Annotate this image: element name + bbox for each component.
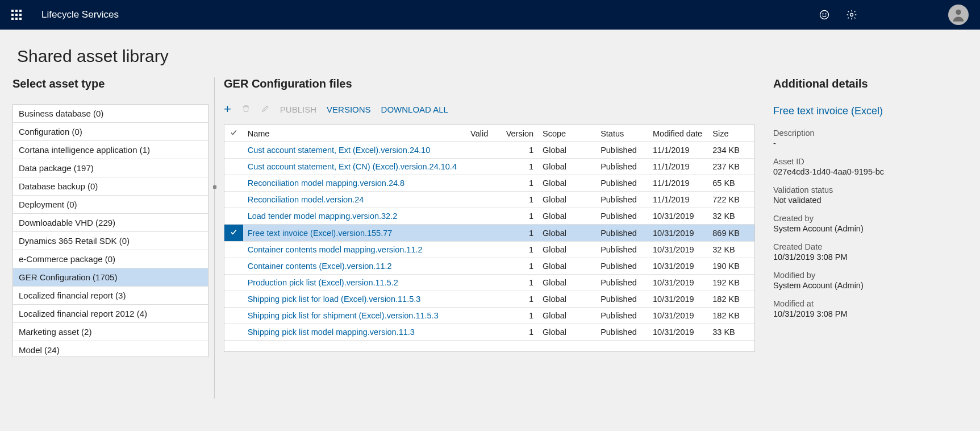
cell-version: 1 [501, 324, 538, 341]
col-version[interactable]: Version [501, 125, 538, 142]
row-checkbox[interactable] [224, 324, 243, 341]
cell-valid [466, 258, 501, 275]
row-checkbox[interactable] [224, 291, 243, 308]
sidebar-item[interactable]: Dynamics 365 Retail SDK (0) [13, 232, 208, 250]
cell-name: Production pick list (Excel).version.11.… [243, 275, 466, 291]
files-grid: Name Valid Version Scope Status Modified… [224, 125, 755, 352]
cell-modified: 11/1/2019 [648, 159, 708, 175]
sidebar-item[interactable]: Cortana intelligence application (1) [13, 141, 208, 159]
sidebar-item[interactable]: Data package (197) [13, 159, 208, 177]
row-checkbox[interactable] [224, 242, 243, 258]
add-icon[interactable]: + [224, 102, 231, 117]
cell-version: 1 [501, 192, 538, 208]
publish-button: PUBLISH [280, 105, 316, 114]
row-checkbox[interactable] [224, 258, 243, 275]
table-row[interactable]: Load tender model mapping.version.32.21G… [224, 208, 754, 225]
row-checkbox[interactable] [224, 275, 243, 291]
file-name-link[interactable]: Cust account statement, Ext (Excel).vers… [248, 146, 431, 155]
row-checkbox[interactable] [224, 142, 243, 159]
file-name-link[interactable]: Free text invoice (Excel).version.155.77 [248, 229, 393, 238]
sidebar-item[interactable]: e-Commerce package (0) [13, 250, 208, 268]
pane-divider[interactable] [214, 77, 215, 399]
cell-status: Published [596, 291, 648, 308]
cell-status: Published [596, 258, 648, 275]
table-row[interactable]: Container contents (Excel).version.11.21… [224, 258, 754, 275]
app-launcher-icon[interactable] [11, 10, 22, 20]
horizontal-scrollbar[interactable] [12, 415, 892, 425]
sidebar-item[interactable]: Configuration (0) [13, 123, 208, 141]
file-name-link[interactable]: Container contents (Excel).version.11.2 [248, 262, 392, 271]
cell-version: 1 [501, 142, 538, 159]
created-date-label: Created Date [773, 242, 966, 251]
table-row[interactable]: Cust account statement, Ext (CN) (Excel)… [224, 159, 754, 175]
feedback-smile-icon[interactable] [819, 9, 830, 20]
row-checkbox[interactable] [224, 225, 243, 242]
cell-size: 722 KB [708, 192, 754, 208]
user-avatar[interactable] [948, 5, 969, 25]
details-asset-link[interactable]: Free text invoice (Excel) [773, 105, 966, 117]
row-checkbox[interactable] [224, 159, 243, 175]
cell-size: 234 KB [708, 142, 754, 159]
row-checkbox[interactable] [224, 192, 243, 208]
file-name-link[interactable]: Load tender model mapping.version.32.2 [248, 212, 398, 221]
cell-name: Container contents model mapping.version… [243, 242, 466, 258]
col-status[interactable]: Status [596, 125, 648, 142]
file-name-link[interactable]: Container contents model mapping.version… [248, 245, 423, 254]
table-row[interactable]: Production pick list (Excel).version.11.… [224, 275, 754, 291]
cell-modified: 10/31/2019 [648, 291, 708, 308]
sidebar-item[interactable]: Database backup (0) [13, 177, 208, 196]
select-all-checkbox[interactable] [224, 125, 243, 142]
sidebar-item[interactable]: Localized financial report 2012 (4) [13, 305, 208, 323]
sidebar-item[interactable]: Downloadable VHD (229) [13, 214, 208, 232]
description-value: - [773, 139, 966, 148]
cell-valid [466, 291, 501, 308]
sidebar-item[interactable]: Model (24) [13, 341, 208, 357]
row-checkbox[interactable] [224, 308, 243, 324]
file-name-link[interactable]: Cust account statement, Ext (CN) (Excel)… [248, 162, 457, 171]
sidebar-item[interactable]: Marketing asset (2) [13, 323, 208, 341]
validation-status-value: Not validated [773, 196, 966, 205]
file-name-link[interactable]: Production pick list (Excel).version.11.… [248, 278, 398, 287]
row-checkbox[interactable] [224, 208, 243, 225]
file-name-link[interactable]: Reconciliation model mapping.version.24.… [248, 179, 404, 188]
cell-name: Shipping pick list for load (Excel).vers… [243, 291, 466, 308]
settings-gear-icon[interactable] [846, 9, 857, 20]
table-row[interactable]: Reconciliation model mapping.version.24.… [224, 175, 754, 192]
sidebar-item[interactable]: Deployment (0) [13, 196, 208, 214]
file-name-link[interactable]: Shipping pick list for load (Excel).vers… [248, 295, 421, 304]
modified-at-label: Modified at [773, 299, 966, 308]
svg-point-2 [825, 14, 826, 14]
col-scope[interactable]: Scope [538, 125, 596, 142]
table-row[interactable]: Container contents model mapping.version… [224, 242, 754, 258]
file-name-link[interactable]: Reconciliation model.version.24 [248, 195, 364, 204]
table-row[interactable]: Shipping pick list for load (Excel).vers… [224, 291, 754, 308]
sidebar-item[interactable]: Business database (0) [13, 105, 208, 123]
col-valid[interactable]: Valid [466, 125, 501, 142]
versions-button[interactable]: VERSIONS [327, 105, 371, 114]
cell-modified: 10/31/2019 [648, 208, 708, 225]
col-size[interactable]: Size [708, 125, 754, 142]
page-title: Shared asset library [0, 30, 980, 77]
row-checkbox[interactable] [224, 175, 243, 192]
table-row[interactable]: Shipping pick list model mapping.version… [224, 324, 754, 341]
cell-name: Cust account statement, Ext (Excel).vers… [243, 142, 466, 159]
sidebar-item[interactable]: GER Configuration (1705) [13, 268, 208, 287]
cell-valid [466, 159, 501, 175]
file-name-link[interactable]: Shipping pick list model mapping.version… [248, 328, 415, 337]
col-name[interactable]: Name [243, 125, 466, 142]
created-by-label: Created by [773, 214, 966, 223]
download-all-button[interactable]: DOWNLOAD ALL [381, 105, 448, 114]
brand-title[interactable]: Lifecycle Services [41, 9, 119, 20]
cell-modified: 11/1/2019 [648, 192, 708, 208]
table-row[interactable]: Reconciliation model.version.241GlobalPu… [224, 192, 754, 208]
sidebar-item[interactable]: Localized financial report (3) [13, 287, 208, 305]
cell-scope: Global [538, 208, 596, 225]
table-row[interactable]: Free text invoice (Excel).version.155.77… [224, 225, 754, 242]
svg-point-3 [850, 14, 853, 16]
cell-modified: 11/1/2019 [648, 142, 708, 159]
file-name-link[interactable]: Shipping pick list for shipment (Excel).… [248, 311, 439, 320]
col-modified[interactable]: Modified date [648, 125, 708, 142]
table-row[interactable]: Shipping pick list for shipment (Excel).… [224, 308, 754, 324]
table-row[interactable]: Cust account statement, Ext (Excel).vers… [224, 142, 754, 159]
cell-name: Reconciliation model.version.24 [243, 192, 466, 208]
